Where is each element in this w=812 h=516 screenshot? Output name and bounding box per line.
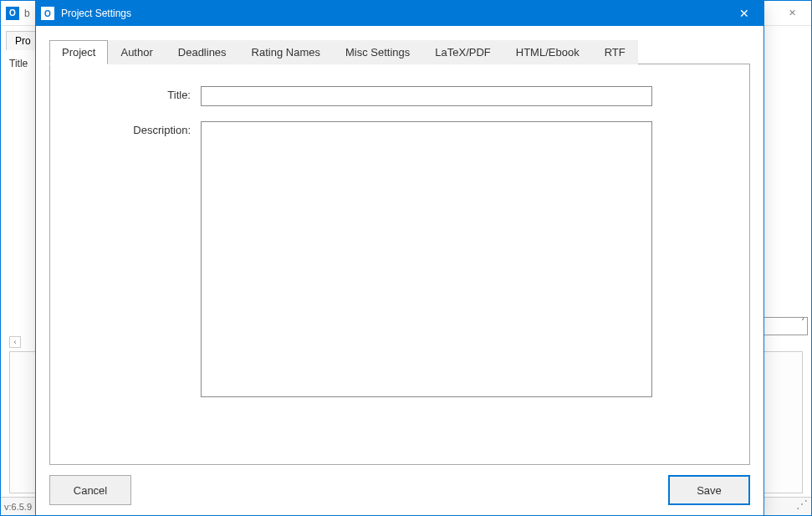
title-label: Title:	[84, 86, 201, 106]
dialog-titlebar[interactable]: O Project Settings ✕	[36, 1, 763, 26]
tab-page-project: Title: Description:	[49, 64, 750, 465]
close-icon: ✕	[789, 8, 796, 18]
app-icon: O	[6, 7, 19, 20]
status-version: v:6.5.9	[4, 502, 32, 512]
tab-project[interactable]: Project	[49, 40, 108, 64]
description-textarea[interactable]	[201, 121, 652, 397]
tab-rtf[interactable]: RTF	[592, 40, 638, 64]
title-input[interactable]	[201, 86, 652, 106]
tab-strip: Project Author Deadlines Rating Names Mi…	[49, 39, 750, 64]
tab-html-ebook[interactable]: HTML/Ebook	[503, 40, 592, 64]
tab-rating-names[interactable]: Rating Names	[239, 40, 333, 64]
resize-grip-icon[interactable]: ⋰	[796, 500, 808, 512]
dialog-body: Project Author Deadlines Rating Names Mi…	[36, 26, 763, 515]
form-row-description: Description:	[84, 121, 716, 400]
description-input-wrapper	[201, 121, 652, 400]
title-input-wrapper	[201, 86, 652, 106]
tab-latex-pdf[interactable]: LaTeX/PDF	[422, 40, 503, 64]
dialog-close-button[interactable]: ✕	[725, 1, 763, 26]
app-icon: O	[41, 7, 54, 20]
tab-misc-settings[interactable]: Misc Settings	[333, 40, 422, 64]
tab-container: Project Author Deadlines Rating Names Mi…	[49, 39, 750, 465]
parent-right-field[interactable]	[761, 317, 808, 335]
dialog-title: Project Settings	[61, 8, 131, 19]
parent-close-button[interactable]: ✕	[773, 1, 811, 26]
tab-deadlines[interactable]: Deadlines	[166, 40, 239, 64]
parent-right-scrollbar[interactable]: ›	[761, 58, 808, 323]
cancel-button[interactable]: Cancel	[49, 475, 131, 505]
close-icon: ✕	[739, 7, 749, 20]
chevron-left-icon: ‹	[9, 336, 21, 348]
tab-author[interactable]: Author	[108, 40, 165, 64]
description-label: Description:	[84, 121, 201, 400]
parent-title-prefix: b	[24, 8, 30, 19]
form-row-title: Title:	[84, 86, 716, 106]
project-settings-dialog: O Project Settings ✕ Project Author Dead…	[35, 0, 764, 516]
save-button[interactable]: Save	[668, 475, 750, 505]
dialog-buttons: Cancel Save	[49, 465, 750, 505]
parent-side-label: Title	[9, 58, 28, 69]
